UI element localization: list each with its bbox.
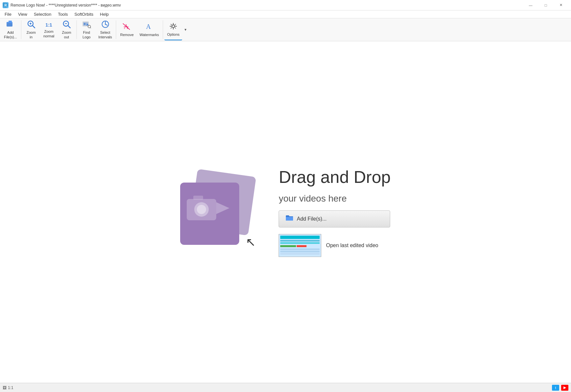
zoom-level: 1:1 xyxy=(8,385,13,390)
toolbar-zoom-normal-label: Zoom normal xyxy=(43,29,54,38)
svg-marker-28 xyxy=(216,202,229,214)
menu-tools[interactable]: Tools xyxy=(54,11,71,17)
svg-point-26 xyxy=(197,205,206,214)
svg-point-19 xyxy=(105,24,106,25)
add-files-btn-label: Add File(s)... xyxy=(297,216,327,222)
svg-line-15 xyxy=(90,28,91,28)
toolbar-remove-label: Remove xyxy=(120,33,134,37)
drop-text-area: Drag and Drop your videos here Add File(… xyxy=(279,167,391,257)
youtube-button[interactable]: ▶ xyxy=(561,385,568,391)
minimize-button[interactable]: — xyxy=(523,0,538,10)
svg-text:R: R xyxy=(4,4,7,7)
toolbar-select-intervals[interactable]: Select Intervals xyxy=(96,19,115,40)
menu-help[interactable]: Help xyxy=(97,11,112,17)
app-icon: R xyxy=(3,2,9,8)
toolbar-options[interactable]: Options xyxy=(164,19,182,40)
thumb-row-7 xyxy=(280,253,320,255)
thumb-row-5 xyxy=(280,248,320,250)
toolbar-zoom-normal[interactable]: 1:1 Zoom normal xyxy=(40,19,57,40)
svg-point-13 xyxy=(84,23,86,25)
folder-icon xyxy=(286,215,293,223)
separator-4 xyxy=(163,20,163,39)
drag-drop-subtitle: your videos here xyxy=(279,193,391,204)
main-content: ↖ Drag and Drop your videos here Add Fil… xyxy=(0,41,571,383)
status-bar: 🖼 1:1 t ▶ xyxy=(0,383,571,392)
svg-rect-27 xyxy=(193,196,203,200)
camera-svg xyxy=(183,192,236,232)
video-card-front xyxy=(180,183,239,245)
zoom-normal-icon: 1:1 xyxy=(46,21,52,29)
toolbar-watermarks[interactable]: A Watermarks xyxy=(137,19,161,40)
zoom-in-icon xyxy=(27,20,35,30)
title-bar: R Remove Logo Now! - ****Unregistered ve… xyxy=(0,0,571,10)
watermarks-icon: A xyxy=(145,22,154,32)
toolbar-add-files-label: Add File(s)... xyxy=(4,30,17,39)
window-controls: — □ ✕ xyxy=(523,0,568,10)
svg-text:A: A xyxy=(146,23,151,30)
toolbar: Add File(s)... Zoom in 1:1 Zoom normal xyxy=(0,18,571,41)
twitter-button[interactable]: t xyxy=(552,385,559,391)
toolbar-find-logo[interactable]: Find Logo xyxy=(78,19,95,40)
toolbar-zoom-out-label: Zoom out xyxy=(62,30,71,39)
status-right: t ▶ xyxy=(552,385,568,391)
zoom-info: 🖼 1:1 xyxy=(3,385,13,390)
toolbar-scroll-btn[interactable]: ▼ xyxy=(183,19,188,40)
toolbar-select-intervals-label: Select Intervals xyxy=(98,30,112,39)
toolbar-watermarks-label: Watermarks xyxy=(139,33,159,37)
zoom-out-icon xyxy=(62,20,71,30)
find-logo-icon xyxy=(82,20,91,30)
thumbnail-preview xyxy=(279,234,321,257)
svg-point-23 xyxy=(172,25,175,28)
toolbar-add-files[interactable]: Add File(s)... xyxy=(1,19,20,40)
toolbar-options-label: Options xyxy=(167,32,180,37)
select-intervals-icon xyxy=(101,20,110,30)
thumb-row-1 xyxy=(280,236,320,239)
close-button[interactable]: ✕ xyxy=(553,0,568,10)
cursor-icon: ↖ xyxy=(246,236,256,248)
maximize-button[interactable]: □ xyxy=(538,0,553,10)
open-last-video[interactable]: Open last edited video xyxy=(279,234,391,257)
thumb-rows xyxy=(279,234,321,256)
options-icon xyxy=(169,22,178,32)
separator-1 xyxy=(21,20,21,39)
add-files-button[interactable]: Add File(s)... xyxy=(279,210,390,227)
svg-line-10 xyxy=(68,26,70,28)
video-illustration: ↖ xyxy=(180,173,259,251)
thumb-row-6 xyxy=(280,251,320,252)
menu-softorbits[interactable]: SoftOrbits xyxy=(71,11,97,17)
menu-selection[interactable]: Selection xyxy=(31,11,54,17)
menu-file[interactable]: File xyxy=(1,11,15,17)
toolbar-find-logo-label: Find Logo xyxy=(82,30,90,39)
zoom-icon: 🖼 xyxy=(3,385,7,390)
add-files-icon xyxy=(6,20,15,30)
thumb-row-4 xyxy=(280,245,320,247)
drag-drop-title: Drag and Drop xyxy=(279,167,391,187)
menu-bar: File View Selection Tools SoftOrbits Hel… xyxy=(0,10,571,18)
thumb-row-3 xyxy=(280,242,320,244)
svg-point-14 xyxy=(88,25,91,28)
toolbar-zoom-out[interactable]: Zoom out xyxy=(58,19,75,40)
toolbar-zoom-in-label: Zoom in xyxy=(27,30,36,39)
drop-area: ↖ Drag and Drop your videos here Add Fil… xyxy=(180,167,391,257)
separator-2 xyxy=(76,20,77,39)
thumb-row-2 xyxy=(280,240,320,242)
toolbar-zoom-in[interactable]: Zoom in xyxy=(23,19,40,40)
separator-3 xyxy=(116,20,116,39)
svg-rect-3 xyxy=(9,21,12,23)
window-title: Remove Logo Now! - ****Unregistered vers… xyxy=(11,3,523,8)
remove-icon: A xyxy=(122,22,132,32)
toolbar-remove[interactable]: A Remove xyxy=(117,19,136,40)
svg-line-7 xyxy=(32,26,35,28)
menu-view[interactable]: View xyxy=(15,11,31,17)
open-last-label: Open last edited video xyxy=(326,243,378,248)
